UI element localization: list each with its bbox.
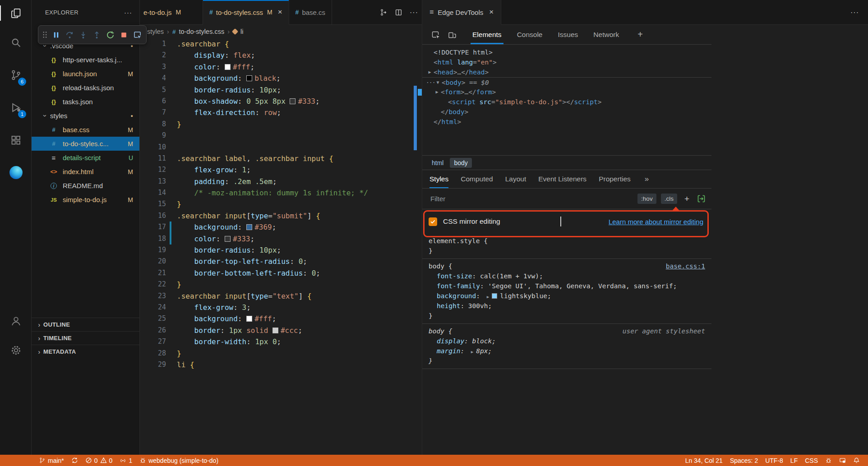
expand-icon[interactable]: ▶ [487,295,489,299]
code-line[interactable]: 13 padding: .2em .5em; [140,176,422,187]
styles-tab-event-listeners[interactable]: Event Listeners [538,170,586,188]
color-swatch[interactable] [246,224,252,230]
code-line[interactable]: 14 /* -moz-animation: dummy 1s infinite;… [140,187,422,198]
code-line[interactable]: 2 display: flex; [140,50,422,61]
code-line[interactable]: 23.searchbar input[type="text"] { [140,291,422,302]
devtools-tab-elements[interactable]: Elements [471,25,503,44]
color-swatch[interactable] [225,236,231,242]
code-line[interactable]: 9 [140,130,422,141]
dom-node[interactable]: ▶<form>…</form> [422,87,711,97]
stylesheet-link[interactable]: base.css:1 [666,261,705,271]
status-screencast[interactable] [836,455,850,466]
file-row[interactable]: {}http-server-tasks.j... [32,53,139,67]
dom-node[interactable]: </html> [422,117,711,127]
file-row[interactable]: ≡details-scriptU [32,151,139,165]
styles-tab-computed[interactable]: Computed [461,170,493,188]
mirror-learn-more-link[interactable]: Learn more about mirror editing [609,218,705,226]
sidebar-section-timeline[interactable]: ›TIMELINE [32,331,139,345]
inspect-element-icon[interactable] [428,30,444,39]
activity-extensions[interactable] [0,124,32,156]
code-line[interactable]: 20 border-top-left-radius: 0; [140,256,422,267]
step-out-button[interactable] [90,27,103,42]
activity-accounts[interactable] [0,308,32,334]
activity-explorer[interactable] [0,0,32,26]
css-declaration[interactable]: height: 300vh; [422,301,711,311]
status-notifications[interactable] [850,455,863,466]
code-line[interactable]: 7 flex-direction: row; [140,107,422,118]
code-line[interactable]: 22} [140,279,422,290]
breadcrumb-item[interactable]: li [240,28,243,35]
chevron-right-icon[interactable]: ▶ [433,87,441,97]
code-line[interactable]: 6 box-shadow: 0 5px 8px #333; [140,96,422,107]
code-line[interactable]: 25 background: #fff; [140,313,422,324]
css-declaration[interactable]: margin: ▶8px; [422,346,711,356]
status-sync[interactable] [68,455,82,466]
code-line[interactable]: 16.searchbar input[type="submit"] { [140,210,422,221]
split-editor-icon[interactable] [395,9,402,16]
status-git-branch[interactable]: main* [35,455,68,466]
activity-source-control[interactable]: 6 [0,59,32,91]
breadcrumb-item[interactable]: styles [147,28,164,35]
filter-input[interactable]: Filter [430,195,445,203]
status-eol[interactable]: LF [787,455,801,466]
pause-button[interactable] [50,27,62,42]
code-line[interactable]: 17 background: #369; [140,221,422,233]
editor-actions-more-icon[interactable]: ··· [850,0,859,25]
expand-icon[interactable]: ▶ [471,350,473,354]
activity-settings[interactable] [0,334,32,366]
code-line[interactable]: 19 border-radius: 10px; [140,245,422,256]
file-row[interactable]: <>index.htmlM [32,165,139,179]
css-declaration[interactable]: background: ▶lightskyblue; [422,291,711,301]
code-line[interactable]: 15} [140,198,422,210]
status-indentation[interactable]: Spaces: 2 [726,455,762,466]
code-line[interactable]: 27 border-width: 1px 0; [140,336,422,347]
code-line[interactable]: 29li { [140,359,422,370]
step-into-button[interactable] [77,27,89,42]
activity-edge-devtools[interactable] [0,156,32,189]
dom-node[interactable]: <script src="simple-to-do.js"></script> [422,97,711,107]
code-line[interactable]: 26 border: 1px solid #ccc; [140,325,422,336]
styles-tab-styles[interactable]: Styles [429,170,448,188]
activity-search[interactable] [0,26,32,59]
sidebar-section-metadata[interactable]: ›METADATA [32,345,139,358]
explorer-more-icon[interactable]: ··· [124,9,132,16]
folder-row[interactable]: ›styles● [32,109,139,123]
dom-crumb-html[interactable]: html [428,158,448,168]
status-debug-status[interactable] [822,455,836,466]
color-swatch[interactable] [272,328,278,333]
code-line[interactable]: 18 color: #333; [140,233,422,245]
color-swatch[interactable] [246,316,252,322]
status-debug-session[interactable]: webdebug (simple-to-do) [136,455,222,466]
file-row[interactable]: JSsimple-to-do.jsM [32,193,139,207]
pseudo-state-button[interactable]: .cls [661,194,677,204]
restart-button[interactable] [104,27,116,42]
open-changes-icon[interactable] [380,9,388,16]
code-line[interactable]: 28} [140,348,422,359]
dom-node[interactable]: </body> [422,107,711,117]
color-swatch[interactable] [492,293,497,299]
code-line[interactable]: 8} [140,119,422,130]
devtools-tab-network[interactable]: Network [591,25,621,44]
css-declaration[interactable]: font-size: calc(1em + 1vw); [422,271,711,281]
dom-crumb-body[interactable]: body [450,158,471,168]
dom-node[interactable]: ···▼<body> == $0 [422,77,711,87]
stop-button[interactable] [117,27,130,42]
code-line[interactable]: 3 color: #fff; [140,61,422,73]
device-emulation-icon[interactable] [444,30,460,39]
file-row[interactable]: {}reload-tasks.json [32,81,139,95]
activity-run-and-debug[interactable]: 1 [0,91,32,124]
file-row[interactable]: #base.cssM [32,123,139,137]
file-row[interactable]: {}launch.jsonM [32,67,139,81]
status-encoding[interactable]: UTF-8 [762,455,787,466]
devtools-tab-issues[interactable]: Issues [556,25,580,44]
editor-tab[interactable]: e-to-do.jsM [140,0,203,24]
chevron-right-icon[interactable]: ▶ [426,67,434,77]
devtools-tab[interactable]: ≡ Edge DevTools × [422,0,501,25]
color-swatch[interactable] [290,98,295,104]
styles-tab-properties[interactable]: Properties [599,170,631,188]
new-style-rule-button[interactable]: + [684,194,689,204]
code-line[interactable]: 1.searchbar { [140,38,422,50]
dom-node[interactable]: ▶<head>…</head> [422,67,711,77]
file-row[interactable]: iREADME.md [32,179,139,193]
open-in-sources-icon[interactable] [697,194,706,203]
